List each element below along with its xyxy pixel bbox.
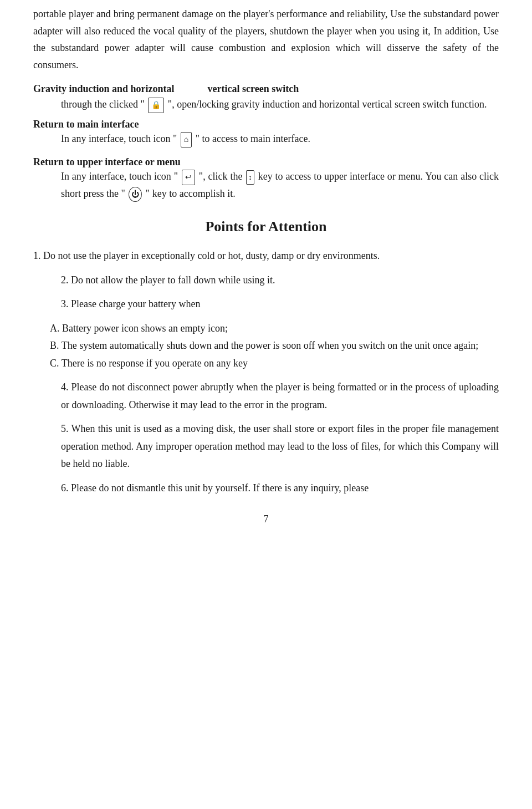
attention-subitem-a-label: A. <box>50 323 60 334</box>
attention-item-1-text: Do not use the player in exceptionally c… <box>43 250 380 261</box>
power-icon: ⏻ <box>129 187 142 202</box>
attention-subitem-b-label: B. <box>50 340 59 351</box>
attention-item-1: 1. Do not use the player in exceptionall… <box>33 247 499 265</box>
attention-list: 1. Do not use the player in exceptionall… <box>33 247 499 497</box>
gravity-heading: Gravity induction and horizontal vertica… <box>33 83 499 95</box>
return-main-text1: In any interface, touch icon " <box>61 133 177 144</box>
gravity-body: through the clicked " 🔒 ", open/locking … <box>33 96 499 113</box>
attention-item-5-text: When this unit is used as a moving disk,… <box>61 423 499 469</box>
attention-item-2: 2. Do not allow the player to fall down … <box>33 272 499 289</box>
return-main-section: Return to main interface In any interfac… <box>33 119 499 147</box>
attention-item-1-number: 1. <box>33 250 41 261</box>
return-upper-text2: ", click the <box>199 171 243 182</box>
return-main-text2: " to access to main interface. <box>196 133 310 144</box>
attention-item-6: 6. Please do not dismantle this unit by … <box>33 480 499 497</box>
attention-item-6-number: 6. <box>61 482 69 493</box>
return-upper-section: Return to upper interface or menu In any… <box>33 156 499 202</box>
attention-subitem-c: C. There is no response if you operate o… <box>33 355 499 373</box>
return-upper-heading-line: Return to upper interface or menu <box>33 156 499 168</box>
gravity-section: Gravity induction and horizontal vertica… <box>33 83 499 113</box>
page-content: portable player and bring permanent dama… <box>33 0 499 525</box>
attention-item-6-text: Please do not dismantle this unit by you… <box>71 482 369 493</box>
gravity-body-text1: through the clicked " <box>61 99 145 110</box>
attention-item-5: 5. When this unit is used as a moving di… <box>33 420 499 473</box>
gravity-heading-left: Gravity induction and horizontal <box>33 83 175 95</box>
return-upper-text1: In any interface, touch icon " <box>61 171 178 182</box>
attention-item-4-number: 4. <box>61 381 69 393</box>
attention-item-5-number: 5. <box>61 423 69 434</box>
lock-icon: 🔒 <box>148 98 164 113</box>
attention-subitems: A. Battery power icon shows an empty ico… <box>33 320 499 373</box>
return-main-heading-line: Return to main interface <box>33 119 499 130</box>
attention-subitem-b-text: The system automatically shuts down and … <box>62 340 479 351</box>
attention-item-2-number: 2. <box>61 274 69 286</box>
attention-item-3-text: Please charge your battery when <box>71 298 201 309</box>
attention-title: Points for Attention <box>33 218 499 235</box>
gravity-body-text2: ", open/locking gravity induction and ho… <box>168 99 487 110</box>
attention-item-4-text: Please do not disconnect power abruptly … <box>61 381 499 410</box>
attention-subitem-c-label: C. <box>50 358 59 369</box>
page-number: 7 <box>33 513 499 525</box>
back-icon: ↩ <box>182 170 195 185</box>
return-main-heading: Return to main interface <box>33 119 139 130</box>
return-main-body: In any interface, touch icon " ⌂ " to ac… <box>33 130 499 147</box>
attention-item-4: 4. Please do not disconnect power abrupt… <box>33 379 499 414</box>
attention-subitem-c-text: There is no response if you operate on a… <box>62 358 248 369</box>
attention-subitem-a: A. Battery power icon shows an empty ico… <box>33 320 499 338</box>
nav-key-icon: ↕ <box>246 170 254 185</box>
attention-item-2-text: Do not allow the player to fall down whi… <box>71 274 275 286</box>
home-icon: ⌂ <box>181 132 192 147</box>
return-upper-text4: " key to accomplish it. <box>146 188 236 199</box>
attention-item-3: 3. Please charge your battery when <box>33 296 499 313</box>
return-upper-heading: Return to upper interface or menu <box>33 156 181 167</box>
intro-paragraph: portable player and bring permanent dama… <box>33 6 499 73</box>
attention-subitem-a-text: Battery power icon shows an empty icon; <box>62 323 228 334</box>
gravity-heading-right: vertical screen switch <box>208 83 299 95</box>
attention-subitem-b: B. The system automatically shuts down a… <box>33 337 499 355</box>
return-upper-body: In any interface, touch icon " ↩ ", clic… <box>33 168 499 202</box>
attention-item-3-number: 3. <box>61 298 69 309</box>
